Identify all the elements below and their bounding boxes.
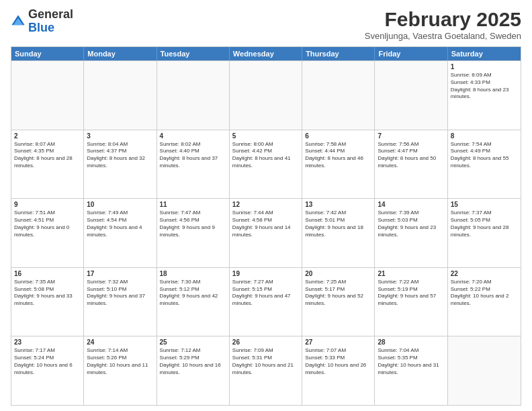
day-number: 13 [305, 201, 371, 208]
day-info: Sunrise: 7:25 AM Sunset: 5:17 PM Dayligh… [305, 279, 371, 308]
day-info: Sunrise: 8:00 AM Sunset: 4:42 PM Dayligh… [232, 141, 299, 170]
cal-cell: 3Sunrise: 8:04 AM Sunset: 4:37 PM Daylig… [84, 130, 157, 199]
logo-general-text: General [28, 7, 73, 21]
cal-header-sunday: Sunday [11, 47, 84, 60]
day-info: Sunrise: 7:27 AM Sunset: 5:15 PM Dayligh… [232, 279, 299, 308]
cal-week-0: 1Sunrise: 8:09 AM Sunset: 4:33 PM Daylig… [11, 60, 521, 130]
day-info: Sunrise: 7:58 AM Sunset: 4:44 PM Dayligh… [305, 141, 371, 170]
day-info: Sunrise: 7:20 AM Sunset: 5:22 PM Dayligh… [451, 279, 518, 308]
cal-cell: 27Sunrise: 7:07 AM Sunset: 5:33 PM Dayli… [302, 336, 375, 405]
cal-cell: 11Sunrise: 7:47 AM Sunset: 4:56 PM Dayli… [157, 199, 230, 267]
day-number: 27 [305, 338, 371, 346]
cal-cell: 19Sunrise: 7:27 AM Sunset: 5:15 PM Dayli… [230, 268, 302, 336]
cal-week-4: 23Sunrise: 7:17 AM Sunset: 5:24 PM Dayli… [11, 336, 521, 405]
day-number: 23 [14, 338, 81, 346]
day-info: Sunrise: 7:17 AM Sunset: 5:24 PM Dayligh… [14, 347, 81, 376]
cal-cell: 26Sunrise: 7:09 AM Sunset: 5:31 PM Dayli… [230, 336, 302, 405]
logo: General Blue [11, 8, 73, 35]
generalblue-logo-icon [11, 14, 26, 29]
day-number: 14 [378, 201, 444, 208]
day-number: 15 [451, 201, 518, 208]
cal-cell: 8Sunrise: 7:54 AM Sunset: 4:49 PM Daylig… [448, 130, 521, 199]
cal-week-3: 16Sunrise: 7:35 AM Sunset: 5:08 PM Dayli… [11, 267, 521, 336]
day-number: 28 [378, 338, 444, 346]
cal-cell: 14Sunrise: 7:39 AM Sunset: 5:03 PM Dayli… [375, 199, 447, 267]
cal-cell: 20Sunrise: 7:25 AM Sunset: 5:17 PM Dayli… [302, 268, 375, 336]
title-block: February 2025 Svenljunga, Vaestra Goetal… [365, 8, 521, 41]
day-number: 9 [14, 201, 81, 208]
cal-cell [230, 61, 302, 130]
day-number: 5 [232, 132, 299, 140]
day-number: 26 [232, 338, 299, 346]
cal-week-2: 9Sunrise: 7:51 AM Sunset: 4:51 PM Daylig… [11, 198, 521, 267]
cal-cell: 9Sunrise: 7:51 AM Sunset: 4:51 PM Daylig… [11, 199, 84, 267]
day-info: Sunrise: 8:09 AM Sunset: 4:33 PM Dayligh… [451, 72, 518, 101]
day-info: Sunrise: 7:14 AM Sunset: 5:26 PM Dayligh… [87, 347, 153, 376]
day-number: 4 [160, 132, 226, 140]
logo-blue-text: Blue [28, 21, 54, 34]
cal-cell [375, 61, 447, 130]
day-number: 12 [232, 201, 299, 208]
cal-cell: 22Sunrise: 7:20 AM Sunset: 5:22 PM Dayli… [448, 268, 521, 336]
day-info: Sunrise: 7:47 AM Sunset: 4:56 PM Dayligh… [160, 210, 226, 238]
day-number: 8 [451, 132, 518, 140]
cal-header-saturday: Saturday [448, 47, 521, 60]
day-info: Sunrise: 7:09 AM Sunset: 5:31 PM Dayligh… [232, 347, 299, 376]
cal-cell: 15Sunrise: 7:37 AM Sunset: 5:05 PM Dayli… [448, 199, 521, 267]
cal-cell: 10Sunrise: 7:49 AM Sunset: 4:54 PM Dayli… [84, 199, 157, 267]
cal-cell: 23Sunrise: 7:17 AM Sunset: 5:24 PM Dayli… [11, 336, 84, 405]
calendar-body: 1Sunrise: 8:09 AM Sunset: 4:33 PM Daylig… [11, 60, 521, 405]
cal-cell: 4Sunrise: 8:02 AM Sunset: 4:40 PM Daylig… [157, 130, 230, 199]
day-number: 3 [87, 132, 153, 140]
cal-cell [11, 61, 84, 130]
cal-week-1: 2Sunrise: 8:07 AM Sunset: 4:35 PM Daylig… [11, 130, 521, 199]
day-info: Sunrise: 8:07 AM Sunset: 4:35 PM Dayligh… [14, 141, 81, 170]
cal-cell: 13Sunrise: 7:42 AM Sunset: 5:01 PM Dayli… [302, 199, 375, 267]
cal-cell: 28Sunrise: 7:04 AM Sunset: 5:35 PM Dayli… [375, 336, 447, 405]
cal-cell [302, 61, 375, 130]
cal-header-tuesday: Tuesday [157, 47, 230, 60]
page: General Blue February 2025 Svenljunga, V… [0, 0, 532, 411]
cal-header-friday: Friday [375, 47, 447, 60]
cal-cell: 1Sunrise: 8:09 AM Sunset: 4:33 PM Daylig… [448, 61, 521, 130]
calendar-header: SundayMondayTuesdayWednesdayThursdayFrid… [11, 47, 521, 60]
day-number: 1 [451, 63, 518, 71]
day-info: Sunrise: 8:04 AM Sunset: 4:37 PM Dayligh… [87, 141, 153, 170]
calendar: SundayMondayTuesdayWednesdayThursdayFrid… [11, 46, 521, 406]
day-number: 2 [14, 132, 81, 140]
day-number: 25 [160, 338, 226, 346]
day-info: Sunrise: 7:49 AM Sunset: 4:54 PM Dayligh… [87, 210, 153, 238]
day-number: 18 [160, 270, 226, 277]
cal-cell: 6Sunrise: 7:58 AM Sunset: 4:44 PM Daylig… [302, 130, 375, 199]
cal-cell: 12Sunrise: 7:44 AM Sunset: 4:58 PM Dayli… [230, 199, 302, 267]
cal-cell [157, 61, 230, 130]
day-info: Sunrise: 7:37 AM Sunset: 5:05 PM Dayligh… [451, 210, 518, 238]
cal-cell: 24Sunrise: 7:14 AM Sunset: 5:26 PM Dayli… [84, 336, 157, 405]
day-info: Sunrise: 7:39 AM Sunset: 5:03 PM Dayligh… [378, 210, 444, 238]
day-number: 21 [378, 270, 444, 277]
day-info: Sunrise: 7:42 AM Sunset: 5:01 PM Dayligh… [305, 210, 371, 238]
cal-header-monday: Monday [84, 47, 157, 60]
day-number: 24 [87, 338, 153, 346]
day-info: Sunrise: 7:07 AM Sunset: 5:33 PM Dayligh… [305, 347, 371, 376]
day-number: 19 [232, 270, 299, 277]
day-number: 7 [378, 132, 444, 140]
header: General Blue February 2025 Svenljunga, V… [11, 8, 521, 41]
day-number: 17 [87, 270, 153, 277]
day-info: Sunrise: 7:56 AM Sunset: 4:47 PM Dayligh… [378, 141, 444, 170]
day-info: Sunrise: 7:35 AM Sunset: 5:08 PM Dayligh… [14, 279, 81, 308]
cal-cell: 2Sunrise: 8:07 AM Sunset: 4:35 PM Daylig… [11, 130, 84, 199]
day-info: Sunrise: 7:12 AM Sunset: 5:29 PM Dayligh… [160, 347, 226, 376]
day-info: Sunrise: 7:54 AM Sunset: 4:49 PM Dayligh… [451, 141, 518, 170]
day-info: Sunrise: 7:04 AM Sunset: 5:35 PM Dayligh… [378, 347, 444, 376]
day-number: 20 [305, 270, 371, 277]
location: Svenljunga, Vaestra Goetaland, Sweden [365, 31, 521, 41]
day-info: Sunrise: 8:02 AM Sunset: 4:40 PM Dayligh… [160, 141, 226, 170]
day-info: Sunrise: 7:30 AM Sunset: 5:12 PM Dayligh… [160, 279, 226, 308]
day-number: 10 [87, 201, 153, 208]
cal-cell: 21Sunrise: 7:22 AM Sunset: 5:19 PM Dayli… [375, 268, 447, 336]
day-info: Sunrise: 7:51 AM Sunset: 4:51 PM Dayligh… [14, 210, 81, 238]
day-number: 6 [305, 132, 371, 140]
cal-cell: 16Sunrise: 7:35 AM Sunset: 5:08 PM Dayli… [11, 268, 84, 336]
cal-cell [448, 336, 521, 405]
